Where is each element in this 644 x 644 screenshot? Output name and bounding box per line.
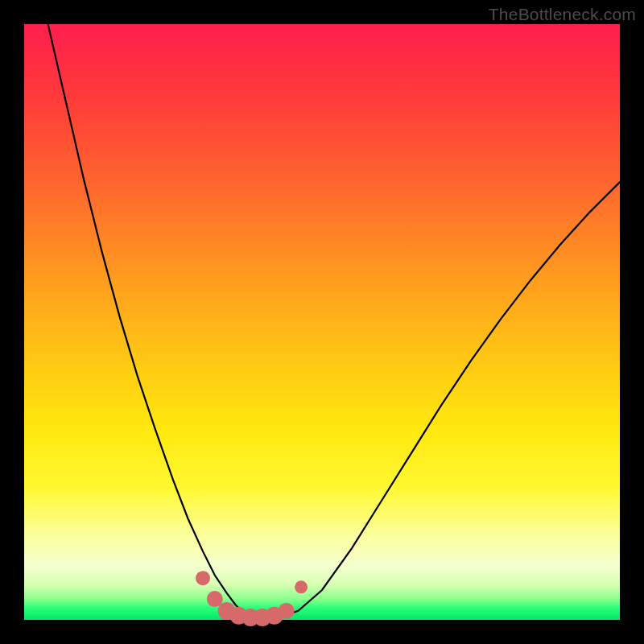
curve-layer bbox=[24, 24, 620, 620]
curve-marker bbox=[279, 603, 295, 619]
watermark-text: TheBottleneck.com bbox=[489, 5, 636, 24]
curve-marker bbox=[196, 571, 210, 585]
plot-area bbox=[24, 24, 620, 620]
curve-markers bbox=[196, 571, 308, 626]
curve-marker bbox=[295, 580, 308, 593]
curve-marker bbox=[207, 591, 223, 607]
bottleneck-curve bbox=[48, 24, 620, 617]
chart-frame: TheBottleneck.com bbox=[0, 0, 644, 644]
